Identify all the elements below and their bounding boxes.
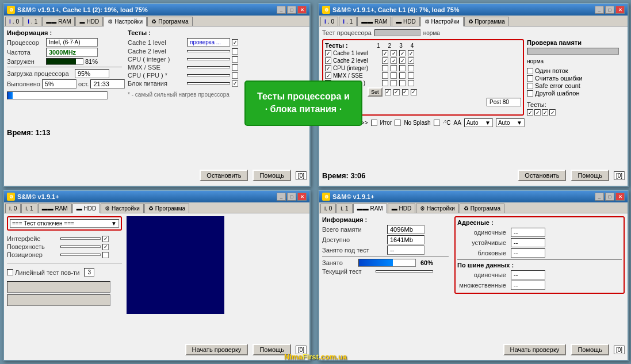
help-button-w1[interactable]: Помощь bbox=[253, 170, 291, 181]
test-fpu-check[interactable] bbox=[232, 72, 238, 79]
tab-w4-ram[interactable]: ▬▬ RAM bbox=[353, 204, 387, 213]
test-cache1-check[interactable] bbox=[232, 39, 238, 45]
linear-test-check[interactable] bbox=[7, 269, 13, 275]
window3-maximize[interactable]: □ bbox=[287, 193, 296, 201]
stop-button-w2[interactable]: Остановить bbox=[518, 170, 566, 181]
celsius-check[interactable] bbox=[434, 120, 440, 126]
test-w2-cache2-c2[interactable] bbox=[391, 58, 397, 64]
positioner-check[interactable] bbox=[102, 252, 109, 258]
opt-count-errors-check[interactable] bbox=[527, 75, 533, 82]
test-w2-cache2-c4[interactable] bbox=[408, 58, 414, 64]
test-w2-cache1-c1[interactable] bbox=[382, 50, 388, 56]
tab-w3-program[interactable]: ♻ Программа bbox=[144, 204, 189, 213]
help-button-w2[interactable]: Помощь bbox=[571, 170, 609, 181]
test-w2-cache2-c1[interactable] bbox=[382, 58, 388, 64]
test-w2-cpu-int-c1[interactable] bbox=[382, 65, 388, 71]
test-w2-mmx-main[interactable] bbox=[325, 72, 331, 79]
window1-close[interactable]: ✕ bbox=[297, 6, 307, 14]
test-w2-cpu-int-c3[interactable] bbox=[399, 65, 406, 71]
tab-w1-cpu0[interactable]: i. 0 bbox=[5, 17, 23, 26]
test-w2-fpu-c3[interactable] bbox=[399, 80, 406, 86]
tab-w4-settings[interactable]: ⚙ Настройки bbox=[416, 204, 459, 213]
opt-other-template-check[interactable] bbox=[527, 90, 533, 97]
tab-w2-hdd[interactable]: ▬ HDD bbox=[392, 17, 419, 26]
start-button-w3[interactable]: Начать проверку bbox=[185, 344, 248, 355]
tab-w3-hdd[interactable]: ▬ HDD bbox=[72, 204, 100, 213]
tab-w2-program[interactable]: ♻ Программа bbox=[464, 17, 509, 26]
test-w2-cpu-int-c4[interactable] bbox=[408, 65, 414, 71]
test-w2-cache1-c2[interactable] bbox=[391, 50, 397, 56]
test-mmx-check[interactable] bbox=[232, 64, 238, 71]
help-button-w4[interactable]: Помощь bbox=[571, 344, 609, 355]
opt-single-thread-check[interactable] bbox=[527, 68, 533, 74]
test-w2-power-c4[interactable] bbox=[411, 89, 417, 95]
tab-w3-cpu1[interactable]: i. 1 bbox=[21, 204, 37, 213]
window4-minimize[interactable]: _ bbox=[595, 193, 604, 201]
test-disabled-dropdown[interactable]: === Тест отключен === ▼ bbox=[10, 219, 119, 228]
tab-w1-program[interactable]: ♻ Программа bbox=[147, 17, 192, 26]
test-w2-fpu-c2[interactable] bbox=[391, 80, 397, 86]
tab-w4-hdd[interactable]: ▬ HDD bbox=[388, 204, 415, 213]
test-w2-fpu-c4[interactable] bbox=[408, 80, 414, 86]
no-splash-check[interactable] bbox=[395, 120, 401, 126]
test-w2-mmx-c1[interactable] bbox=[382, 72, 388, 79]
opt-safe-error-check[interactable] bbox=[527, 83, 533, 89]
test-w2-cache1-c3[interactable] bbox=[399, 50, 406, 56]
test-w2-mmx-c2[interactable] bbox=[391, 72, 397, 79]
tab-w2-ram[interactable]: ▬▬ RAM bbox=[357, 17, 391, 26]
test-w2-cache1-main[interactable] bbox=[325, 50, 331, 56]
test-w2-cache1-c4[interactable] bbox=[408, 50, 414, 56]
start-button-w4[interactable]: Начать проверку bbox=[503, 344, 567, 355]
cpu-test-label: Тест процессора bbox=[322, 29, 372, 36]
test-w2-mmx-c3[interactable] bbox=[399, 72, 406, 79]
auto-dropdown-1[interactable]: Auto ▼ bbox=[464, 118, 493, 127]
test-cache2-check[interactable] bbox=[232, 48, 238, 55]
window1-maximize[interactable]: □ bbox=[287, 6, 296, 14]
test-w2-power-c2[interactable] bbox=[393, 89, 400, 95]
window2-close[interactable]: ✕ bbox=[615, 6, 625, 14]
tab-w1-cpu1[interactable]: i. 1 bbox=[24, 17, 41, 26]
test-w2-fpu-c1[interactable] bbox=[382, 80, 388, 86]
tab-w1-settings[interactable]: ⚙ Настройки bbox=[104, 17, 147, 26]
tab-w3-cpu0[interactable]: i. 0 bbox=[5, 204, 21, 213]
window2-minimize[interactable]: _ bbox=[595, 6, 604, 14]
tab-w1-hdd[interactable]: ▬ HDD bbox=[75, 17, 103, 26]
tab-w4-program[interactable]: ♻ Программа bbox=[460, 204, 504, 213]
window3-close[interactable]: ✕ bbox=[297, 193, 307, 201]
auto-dropdown-2[interactable]: Auto ▼ bbox=[496, 118, 525, 127]
total-check[interactable] bbox=[371, 120, 377, 126]
tab-w4-cpu1[interactable]: i. 1 bbox=[336, 204, 352, 213]
test-w2-cache2-c3[interactable] bbox=[399, 58, 406, 64]
test-cpu-int-check[interactable] bbox=[232, 56, 238, 63]
test-w2-mmx-c4[interactable] bbox=[408, 72, 414, 79]
test-power-check[interactable] bbox=[232, 81, 238, 87]
test-w2-power-c1[interactable] bbox=[385, 89, 391, 95]
test-w2-cpu-int-main[interactable] bbox=[325, 65, 331, 71]
scroll-area-w3[interactable] bbox=[7, 281, 110, 293]
test-w2-power-c3[interactable] bbox=[402, 89, 408, 95]
tab-w3-settings[interactable]: ⚙ Настройки bbox=[101, 204, 144, 213]
test-w2-cpu-int-c2[interactable] bbox=[391, 65, 397, 71]
tab-w1-ram[interactable]: ▬▬ RAM bbox=[42, 17, 75, 26]
window3-minimize[interactable]: _ bbox=[277, 193, 286, 201]
window4-maximize[interactable]: □ bbox=[605, 193, 614, 201]
result-check-4[interactable] bbox=[549, 109, 556, 116]
result-check-2[interactable] bbox=[534, 109, 541, 116]
test-w2-cache2-main[interactable] bbox=[325, 58, 331, 64]
tab-w4-cpu0[interactable]: i. 0 bbox=[320, 204, 336, 213]
stop-button-w1[interactable]: Остановить bbox=[200, 170, 248, 181]
surface-check[interactable] bbox=[102, 244, 109, 250]
result-check-1[interactable] bbox=[527, 109, 533, 116]
window2-maximize[interactable]: □ bbox=[605, 6, 614, 14]
window1-minimize[interactable]: _ bbox=[277, 6, 286, 14]
scroll-area2-w3[interactable] bbox=[7, 294, 110, 306]
tab-w3-ram[interactable]: ▬▬ RAM bbox=[38, 204, 72, 213]
interface-check[interactable] bbox=[102, 236, 109, 242]
window4-tabs: i. 0 i. 1 ▬▬ RAM ▬ HDD ⚙ Настройки ♻ Про… bbox=[319, 202, 628, 213]
tab-w2-cpu0[interactable]: i. 0 bbox=[320, 17, 338, 26]
tab-w2-settings[interactable]: ⚙ Настройки bbox=[420, 17, 464, 26]
tab-w2-cpu1[interactable]: i. 1 bbox=[339, 17, 357, 26]
set-button-w2[interactable]: Set bbox=[368, 87, 383, 97]
window4-close[interactable]: ✕ bbox=[615, 193, 625, 201]
result-check-3[interactable] bbox=[542, 109, 548, 116]
